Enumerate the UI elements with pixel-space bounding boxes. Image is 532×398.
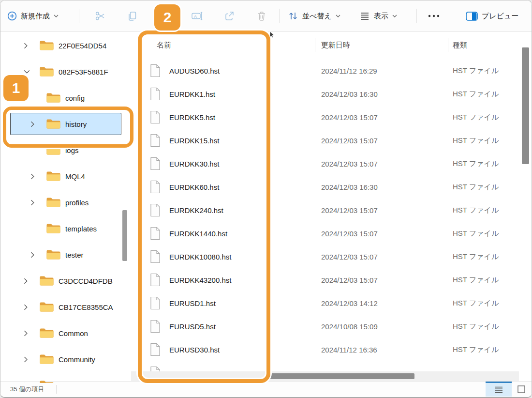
new-button[interactable]: 新規作成 [7, 0, 59, 31]
sidebar-item-c3dccd4dfdb[interactable]: C3DCCD4DFDB [0, 268, 131, 294]
table-row[interactable]: EURDKK1440.hst 2024/12/03 15:07 HST ファイル [131, 222, 532, 245]
sidebar-item-mql4[interactable]: MQL4 [0, 163, 131, 189]
table-row[interactable]: EURUSD5.hst 2024/10/08 15:09 HST ファイル [131, 315, 532, 338]
column-divider[interactable] [448, 38, 448, 52]
sidebar-item-templates[interactable]: templates [0, 215, 131, 242]
view-button-label: 表示 [374, 12, 388, 21]
folder-icon [39, 380, 54, 383]
file-icon [150, 315, 161, 338]
table-row[interactable]: EURDKK1.hst 2024/12/03 16:30 HST ファイル [131, 82, 532, 106]
trash-icon [256, 11, 267, 21]
table-row[interactable]: AUDUSD60.hst 2024/11/12 16:29 HST ファイル [131, 59, 532, 82]
folder-icon [39, 40, 54, 51]
sidebar-item-profiles[interactable]: profiles [0, 189, 131, 215]
chevron-right-icon[interactable] [28, 252, 46, 258]
view-button[interactable]: 表示 [359, 0, 397, 31]
column-header-date[interactable]: 更新日時 [321, 34, 350, 56]
file-icon [150, 199, 161, 222]
table-row[interactable]: EURDKK60.hst 2024/12/03 16:30 HST ファイル [131, 175, 532, 199]
file-date: 2024/12/03 15:07 [321, 268, 378, 291]
view-list-icon [359, 11, 370, 21]
sort-button[interactable]: 並べ替え [288, 0, 340, 31]
file-icon [150, 175, 161, 199]
chevron-right-icon[interactable] [21, 330, 39, 337]
details-view-toggle[interactable] [486, 382, 512, 397]
toolbar-divider [79, 9, 79, 23]
table-row[interactable]: EURDKK240.hst 2024/12/03 15:07 HST ファイル [131, 199, 532, 222]
file-type: HST ファイル [453, 222, 499, 245]
file-icon [150, 82, 161, 106]
table-row-partial[interactable] [131, 361, 532, 371]
file-icon [150, 245, 161, 268]
file-type: HST ファイル [453, 291, 499, 315]
file-icon [150, 152, 161, 175]
folder-icon [46, 118, 60, 130]
cut-button[interactable] [89, 0, 111, 31]
table-row[interactable]: EURDKK15.hst 2024/12/03 15:07 HST ファイル [131, 129, 532, 152]
file-type: HST ファイル [453, 129, 499, 152]
folder-icon [46, 223, 60, 234]
sidebar-scrollbar-thumb[interactable] [122, 210, 127, 261]
rename-button[interactable]: A [186, 0, 207, 31]
table-row[interactable]: EURDKK10080.hst 2024/12/03 15:07 HST ファイ… [131, 245, 532, 268]
sidebar-item-label: config [65, 94, 85, 102]
sidebar-item-common[interactable]: Common [0, 320, 131, 346]
file-name: EURDKK1440.hst [169, 222, 227, 245]
chevron-down-icon[interactable] [21, 70, 39, 74]
table-row[interactable]: EURUSD30.hst 2024/11/12 16:36 HST ファイル [131, 338, 532, 361]
file-date: 2024/11/12 16:36 [321, 338, 377, 361]
file-name: EURDKK43200.hst [169, 268, 231, 291]
chevron-right-icon[interactable] [28, 121, 46, 127]
column-divider[interactable] [315, 38, 315, 52]
file-type: HST ファイル [453, 199, 499, 222]
column-header-name[interactable]: 名前 [157, 34, 171, 56]
sidebar-item-history[interactable]: history [0, 111, 131, 137]
new-button-label: 新規作成 [21, 12, 50, 21]
chevron-down-icon [392, 15, 397, 17]
column-header-type[interactable]: 種類 [453, 34, 467, 56]
sidebar-item-cb17ce8355ca[interactable]: CB17CE8355CA [0, 294, 131, 320]
copy-button[interactable] [121, 0, 143, 31]
table-row[interactable]: EURDKK5.hst 2024/12/03 15:07 HST ファイル [131, 106, 532, 129]
sidebar-item-label: profiles [65, 199, 89, 207]
chevron-right-icon[interactable] [21, 356, 39, 363]
horizontal-scrollbar-thumb[interactable] [266, 373, 414, 379]
table-row[interactable]: EURDKK30.hst 2024/12/03 15:07 HST ファイル [131, 152, 532, 175]
sidebar-item-label: MQL4 [65, 172, 85, 181]
horizontal-scrollbar-track[interactable] [131, 371, 519, 381]
sidebar-item-label: CB17CE8355CA [59, 303, 113, 311]
chevron-right-icon[interactable] [21, 304, 39, 310]
chevron-right-icon[interactable] [28, 173, 46, 180]
file-name: EURDKK240.hst [169, 199, 223, 222]
sidebar-item-label: C3DCCD4DFDB [59, 277, 113, 285]
chevron-right-icon[interactable] [28, 199, 46, 206]
vertical-scrollbar-thumb[interactable] [522, 47, 529, 164]
chevron-right-icon[interactable] [21, 43, 39, 49]
folder-icon [39, 301, 54, 313]
table-row[interactable]: EURUSD1.hst 2024/12/03 14:12 HST ファイル [131, 291, 532, 315]
icons-view-toggle[interactable] [513, 382, 529, 397]
chevron-right-icon[interactable] [21, 278, 39, 284]
item-count: 35 個の項目 [10, 382, 44, 397]
file-type: HST ファイル [453, 59, 499, 82]
file-icon [150, 59, 161, 82]
ellipsis-icon [428, 15, 440, 17]
file-rows: AUDUSD60.hst 2024/11/12 16:29 HST ファイル E… [131, 59, 532, 371]
sidebar-item-label: templates [65, 225, 97, 233]
sidebar-item-logs[interactable]: logs [0, 137, 131, 163]
file-date: 2024/12/03 15:07 [321, 199, 378, 222]
sidebar-item-22f0e54dd54[interactable]: 22F0E54DD54 [0, 32, 131, 59]
preview-button[interactable]: プレビュー [466, 0, 518, 31]
delete-button[interactable] [251, 0, 272, 31]
scissors-icon [95, 11, 105, 21]
more-button[interactable] [423, 0, 444, 31]
sidebar-item-community[interactable]: Community [0, 346, 131, 372]
sidebar-item-label: Community [59, 355, 95, 364]
table-row[interactable]: EURDKK43200.hst 2024/12/03 15:07 HST ファイ… [131, 268, 532, 291]
sidebar-item-label: 082F53F5881F [59, 68, 108, 76]
share-button[interactable] [219, 0, 240, 31]
folder-icon [46, 144, 60, 156]
chevron-right-icon[interactable] [21, 383, 39, 383]
file-type: HST ファイル [453, 245, 499, 268]
sidebar-item-tester[interactable]: tester [0, 242, 131, 268]
